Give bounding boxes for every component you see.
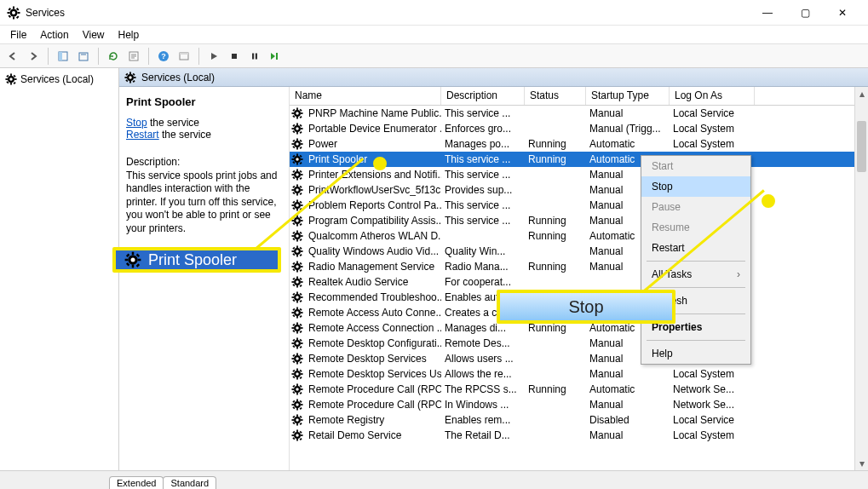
properties-button[interactable]: [124, 47, 143, 66]
cell-description: In Windows ...: [441, 399, 525, 411]
close-button[interactable]: ✕: [824, 0, 861, 26]
cell-startup: Automatic: [586, 138, 670, 150]
menu-action[interactable]: Action: [33, 27, 75, 43]
context-menu-stop[interactable]: Stop: [641, 176, 750, 197]
gear-icon: [290, 307, 305, 319]
cell-description: Enables aut...: [441, 291, 525, 303]
table-row[interactable]: Remote RegistryEnables rem...DisabledLoc…: [290, 412, 868, 428]
gear-icon: [290, 107, 305, 119]
context-menu-help[interactable]: Help: [641, 343, 750, 364]
vertical-scrollbar[interactable]: ▴ ▾: [854, 87, 868, 470]
gear-icon: [290, 429, 305, 441]
table-row[interactable]: PNRP Machine Name Public...This service …: [290, 106, 868, 121]
table-row[interactable]: Remote Procedure Call (RPC)...In Windows…: [290, 397, 868, 412]
forward-button[interactable]: [24, 47, 43, 66]
col-log-on-as[interactable]: Log On As: [670, 87, 755, 105]
table-row[interactable]: Remote Desktop ServicesAllows users ...M…: [290, 351, 868, 366]
context-menu-properties[interactable]: Properties: [641, 317, 750, 337]
cell-logon: Local System: [670, 123, 755, 135]
context-menu-all-tasks[interactable]: All Tasks: [641, 264, 750, 285]
cell-name: Realtek Audio Service: [305, 276, 441, 288]
scroll-up-icon[interactable]: ▴: [855, 87, 868, 101]
cell-status: Running: [525, 230, 586, 242]
cell-name: PNRP Machine Name Public...: [305, 107, 441, 119]
cell-description: Manages po...: [441, 138, 525, 150]
table-row[interactable]: Printer Extensions and Notifi...This ser…: [290, 167, 868, 182]
context-menu-refresh[interactable]: Refresh: [641, 291, 750, 311]
tree-root-services-local[interactable]: Services (Local): [0, 72, 118, 87]
cell-logon: Network Se...: [670, 383, 755, 395]
col-status[interactable]: Status: [525, 87, 586, 105]
table-row[interactable]: Recommended Troubleshoo...Enables aut...: [290, 290, 868, 305]
scroll-thumb[interactable]: [857, 121, 866, 172]
stop-service-button[interactable]: [225, 47, 244, 66]
start-service-button[interactable]: [204, 47, 223, 66]
cell-status: Running: [525, 138, 586, 150]
gear-icon: [124, 72, 136, 83]
cell-name: Printer Extensions and Notifi...: [305, 169, 441, 181]
gear-icon: [290, 322, 305, 334]
cell-name: Remote Procedure Call (RPC)...: [305, 399, 441, 411]
table-row[interactable]: Remote Desktop Services Us...Allows the …: [290, 366, 868, 382]
back-button[interactable]: [3, 47, 22, 66]
cell-description: Enforces gro...: [441, 123, 525, 135]
table-row[interactable]: Print SpoolerThis service ...RunningAuto…: [290, 152, 868, 167]
table-row[interactable]: Portable Device Enumerator ...Enforces g…: [290, 121, 868, 136]
maximize-button[interactable]: ▢: [786, 0, 824, 26]
table-row[interactable]: Remote Access Connection ...Manages di..…: [290, 320, 868, 336]
refresh-button[interactable]: [104, 47, 123, 66]
cell-name: Remote Desktop Configurati...: [305, 337, 441, 349]
help-button[interactable]: ?: [154, 47, 173, 66]
table-row[interactable]: Remote Access Auto Conne...Creates a co.…: [290, 305, 868, 320]
table-row[interactable]: Quality Windows Audio Vid...Quality Win.…: [290, 244, 868, 259]
show-hide-button[interactable]: [54, 47, 72, 66]
cell-name: Remote Desktop Services Us...: [305, 368, 441, 380]
tab-standard[interactable]: Standard: [163, 476, 216, 489]
context-menu-pause: Pause: [641, 197, 750, 217]
table-row[interactable]: Qualcomm Atheros WLAN D...RunningAutomat…: [290, 228, 868, 244]
table-row[interactable]: Remote Desktop Configurati...Remote Des.…: [290, 336, 868, 351]
svg-rect-11: [59, 52, 62, 60]
col-description[interactable]: Description: [441, 87, 525, 105]
table-row[interactable]: Remote Procedure Call (RPC)The RPCSS s..…: [290, 382, 868, 397]
table-row[interactable]: Realtek Audio ServiceFor cooperat...: [290, 274, 868, 290]
tab-extended[interactable]: Extended: [109, 476, 164, 489]
cell-description: Radio Mana...: [441, 261, 525, 273]
gear-icon: [290, 383, 305, 395]
col-name[interactable]: Name: [290, 87, 441, 105]
table-row[interactable]: Radio Management ServiceRadio Mana...Run…: [290, 259, 868, 274]
cell-description: Quality Win...: [441, 245, 525, 257]
menu-separator: [647, 314, 745, 314]
context-menu-restart[interactable]: Restart: [641, 238, 750, 258]
menu-view[interactable]: View: [76, 27, 112, 43]
table-row[interactable]: PrintWorkflowUserSvc_5f13cProvides sup..…: [290, 182, 868, 198]
stop-service-link[interactable]: Stop: [126, 117, 147, 129]
gear-icon: [290, 276, 305, 288]
cell-name: Recommended Troubleshoo...: [305, 291, 441, 303]
menu-help[interactable]: Help: [112, 27, 147, 43]
export-button[interactable]: [74, 47, 93, 66]
table-row[interactable]: Retail Demo ServiceThe Retail D...Manual…: [290, 428, 868, 443]
svg-rect-22: [232, 54, 237, 59]
cell-description: The RPCSS s...: [441, 383, 525, 395]
cell-description: Provides sup...: [441, 184, 525, 196]
tree-root-label: Services (Local): [20, 73, 94, 85]
cell-name: Quality Windows Audio Vid...: [305, 245, 441, 257]
col-startup-type[interactable]: Startup Type: [586, 87, 670, 105]
svg-rect-25: [276, 53, 278, 60]
scroll-down-icon[interactable]: ▾: [855, 457, 868, 470]
restart-service-link[interactable]: Restart: [126, 129, 159, 141]
detail-action-restart: Restart the service: [126, 129, 282, 141]
cell-name: Retail Demo Service: [305, 429, 441, 441]
table-row[interactable]: PowerManages po...RunningAutomaticLocal …: [290, 136, 868, 152]
table-row[interactable]: Program Compatibility Assis...This servi…: [290, 213, 868, 228]
table-row[interactable]: Problem Reports Control Pa...This servic…: [290, 198, 868, 213]
cell-startup: Manual: [586, 107, 670, 119]
tree-panel: Services (Local): [0, 68, 119, 470]
cell-name: Problem Reports Control Pa...: [305, 199, 441, 211]
console-button[interactable]: [175, 47, 193, 66]
pause-service-button[interactable]: [245, 47, 264, 66]
restart-service-button[interactable]: [266, 47, 285, 66]
menu-file[interactable]: File: [3, 27, 33, 43]
minimize-button[interactable]: —: [749, 0, 786, 26]
